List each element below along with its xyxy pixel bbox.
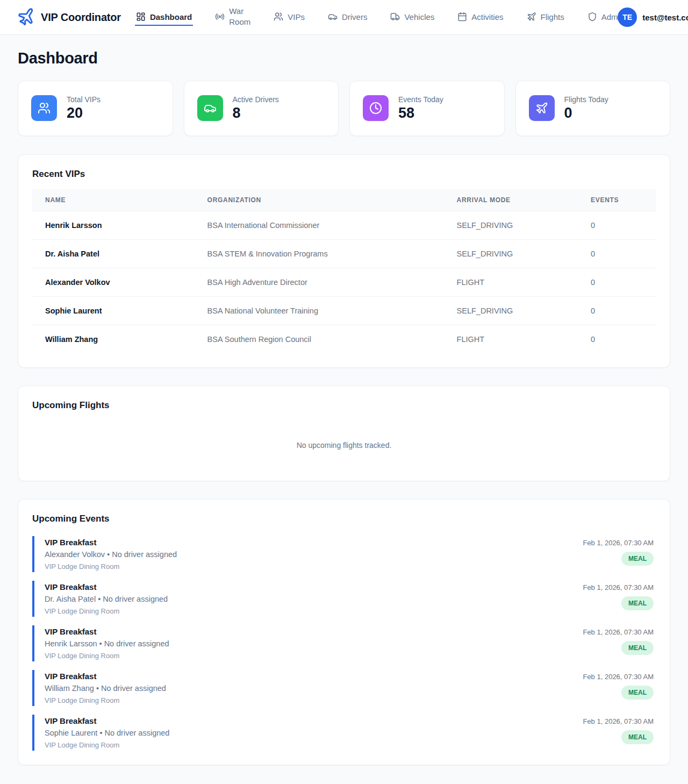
dashboard-page: Dashboard Total VIPs 20 Active Drivers 8 [0, 49, 688, 784]
dashboard-grid-icon [136, 12, 146, 22]
stat-card-events-today: Events Today 58 [349, 81, 505, 136]
vip-events-cell: 0 [578, 296, 656, 325]
nav-item-vehicles[interactable]: Vehicles [389, 9, 435, 26]
meal-badge: MEAL [621, 552, 654, 566]
vip-organization-cell: BSA High Adventure Director [195, 268, 444, 296]
vip-name-cell: Henrik Larsson [32, 211, 195, 239]
stat-label: Events Today [398, 95, 443, 104]
event-location: VIP Lodge Dining Room [45, 562, 177, 571]
stat-label: Active Drivers [233, 95, 279, 104]
vip-events-cell: 0 [578, 325, 656, 353]
event-location: VIP Lodge Dining Room [45, 741, 169, 749]
plane-icon [529, 95, 555, 121]
event-datetime: Feb 1, 2026, 07:30 AM [583, 717, 654, 725]
users-icon [31, 95, 57, 121]
event-title: VIP Breakfast [45, 582, 168, 591]
vip-name-cell: Alexander Volkov [32, 268, 195, 296]
clock-icon [363, 95, 389, 121]
event-subtitle: Dr. Aisha Patel • No driver assigned [45, 595, 168, 603]
stat-value: 0 [564, 105, 608, 122]
vip-events-cell: 0 [578, 211, 656, 239]
event-item: VIP Breakfast Dr. Aisha Patel • No drive… [32, 581, 656, 617]
users-icon [274, 12, 283, 22]
event-title: VIP Breakfast [45, 538, 177, 547]
event-subtitle: Sophie Laurent • No driver assigned [45, 729, 169, 737]
vip-organization-cell: BSA International Commissioner [195, 211, 444, 239]
event-title: VIP Breakfast [45, 627, 169, 636]
meal-badge: MEAL [621, 641, 654, 655]
stat-card-flights-today: Flights Today 0 [515, 81, 671, 136]
user-email: test@test.com [642, 13, 688, 22]
nav-item-drivers[interactable]: Drivers [327, 9, 369, 26]
nav-label: Activities [471, 12, 503, 22]
event-item: VIP Breakfast Henrik Larsson • No driver… [32, 625, 656, 661]
nav-label: Vehicles [404, 12, 434, 22]
nav-label: Flights [541, 12, 564, 22]
plane-logo-icon [16, 6, 37, 28]
vip-name-cell: Dr. Aisha Patel [32, 239, 195, 268]
event-datetime: Feb 1, 2026, 07:30 AM [583, 539, 654, 547]
table-header-row: Name Organization Arrival Mode Events [32, 189, 656, 211]
table-row: Sophie Laurent BSA National Volunteer Tr… [32, 296, 656, 325]
nav-item-activities[interactable]: Activities [456, 9, 504, 26]
car-icon [197, 95, 223, 121]
vip-arrival-mode-cell: FLIGHT [444, 325, 578, 353]
table-row: Henrik Larsson BSA International Commiss… [32, 211, 656, 239]
vip-organization-cell: BSA Southern Region Council [195, 325, 444, 353]
event-location: VIP Lodge Dining Room [45, 652, 169, 660]
event-datetime: Feb 1, 2026, 07:30 AM [583, 628, 654, 636]
nav-item-flights[interactable]: Flights [526, 9, 565, 26]
stat-label: Total VIPs [67, 95, 101, 104]
vip-events-cell: 0 [578, 268, 656, 296]
stat-value: 58 [398, 105, 443, 122]
recent-vips-heading: Recent VIPs [32, 169, 656, 180]
event-list: VIP Breakfast Alexander Volkov • No driv… [32, 536, 656, 751]
stat-value: 20 [67, 105, 101, 122]
app-title: VIP Coordinator [41, 11, 121, 24]
nav-label: VIPs [288, 12, 305, 22]
table-row: Dr. Aisha Patel BSA STEM & Innovation Pr… [32, 239, 656, 268]
event-subtitle: William Zhang • No driver assigned [45, 684, 166, 693]
upcoming-flights-card: Upcoming Flights No upcoming flights tra… [18, 386, 670, 481]
flights-empty-message: No upcoming flights tracked. [32, 420, 656, 467]
nav-item-war-room[interactable]: War Room [214, 3, 252, 32]
vip-arrival-mode-cell: SELF_DRIVING [444, 239, 578, 268]
upcoming-events-heading: Upcoming Events [32, 514, 656, 524]
brand: VIP Coordinator [17, 8, 121, 26]
table-row: William Zhang BSA Southern Region Counci… [32, 325, 656, 353]
column-header-name: Name [32, 189, 195, 211]
nav-item-vips[interactable]: VIPs [273, 9, 306, 26]
nav-label: Dashboard [150, 12, 192, 22]
stat-value: 8 [233, 105, 279, 122]
vip-name-cell: William Zhang [32, 325, 195, 353]
stat-label: Flights Today [564, 95, 608, 104]
vip-events-cell: 0 [578, 239, 656, 268]
column-header-arrival-mode: Arrival Mode [444, 189, 578, 211]
stat-card-active-drivers: Active Drivers 8 [184, 81, 339, 136]
car-icon [328, 12, 338, 22]
vip-arrival-mode-cell: SELF_DRIVING [444, 211, 578, 239]
vip-arrival-mode-cell: SELF_DRIVING [444, 296, 578, 325]
upcoming-flights-heading: Upcoming Flights [32, 400, 656, 411]
user-menu[interactable]: TE test@test.com [625, 8, 688, 27]
event-title: VIP Breakfast [45, 672, 166, 681]
shield-icon [587, 12, 597, 22]
event-location: VIP Lodge Dining Room [45, 696, 166, 704]
event-subtitle: Henrik Larsson • No driver assigned [45, 639, 169, 648]
event-item: VIP Breakfast Sophie Laurent • No driver… [32, 715, 656, 751]
top-nav-bar: VIP Coordinator Dashboard War Room VIPs … [0, 0, 688, 35]
nav-item-dashboard[interactable]: Dashboard [135, 9, 193, 26]
event-item: VIP Breakfast William Zhang • No driver … [32, 670, 656, 706]
event-datetime: Feb 1, 2026, 07:30 AM [583, 673, 654, 681]
stat-cards: Total VIPs 20 Active Drivers 8 Events To… [18, 81, 670, 136]
avatar[interactable]: TE [618, 8, 637, 27]
meal-badge: MEAL [621, 596, 654, 610]
page-title: Dashboard [18, 49, 670, 67]
radio-icon [215, 12, 225, 22]
column-header-organization: Organization [195, 189, 444, 211]
recent-vips-card: Recent VIPs Name Organization Arrival Mo… [18, 154, 670, 368]
meal-badge: MEAL [621, 686, 654, 700]
event-title: VIP Breakfast [45, 716, 169, 725]
vip-organization-cell: BSA STEM & Innovation Programs [195, 239, 444, 268]
truck-icon [390, 12, 400, 22]
